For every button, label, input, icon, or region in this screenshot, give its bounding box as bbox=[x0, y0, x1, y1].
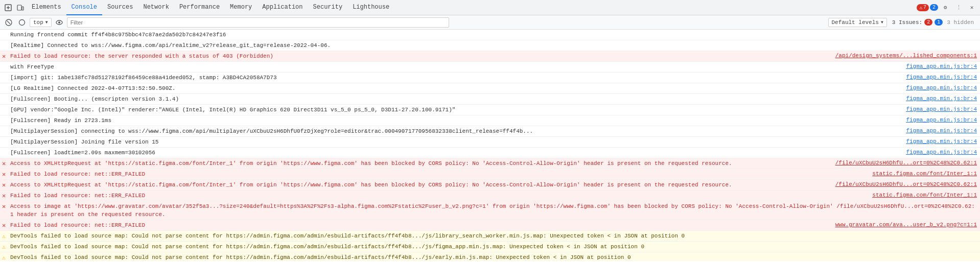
more-icon[interactable]: ⋮ bbox=[952, 2, 965, 14]
entry-type-icon: ✕ bbox=[0, 180, 8, 189]
tab-application[interactable]: Application bbox=[257, 0, 308, 15]
console-toolbar: top ▼ Default levels ▼ 3 Issues: 2 1 3 h… bbox=[0, 15, 980, 30]
tab-console[interactable]: Console bbox=[66, 0, 102, 15]
issues-warn-badge[interactable]: 1 bbox=[935, 19, 943, 26]
entry-source[interactable]: figma_app.min.js:br:4 bbox=[906, 105, 980, 113]
entry-type-icon bbox=[0, 105, 8, 106]
console-entry: ✕Access to XMLHttpRequest at 'https://st… bbox=[0, 158, 980, 169]
entry-type-icon: ✕ bbox=[0, 52, 8, 61]
entry-type-icon bbox=[0, 137, 8, 138]
context-selector[interactable]: top ▼ bbox=[30, 18, 52, 27]
console-entry: [import] git: 1abe138fc78d51278192f86459… bbox=[0, 73, 980, 83]
entry-type-icon: ✕ bbox=[0, 202, 8, 211]
filter-input[interactable] bbox=[67, 17, 449, 28]
entry-source[interactable]: /file/uXCbuU2sH6DhfU...ort=0%2C48%2C0.62… bbox=[835, 159, 980, 167]
entry-source[interactable]: static.figma.com/font/Inter_1:1 bbox=[872, 170, 980, 178]
entry-message: [Fullscreen] Ready in 2723.1ms bbox=[8, 116, 906, 125]
warn-badge[interactable]: 2 bbox=[930, 4, 938, 11]
log-level-selector[interactable]: Default levels ▼ bbox=[828, 18, 887, 27]
entry-message: [LG Realtime] Connected 2022-04-07T13:52… bbox=[8, 84, 906, 93]
device-icon[interactable] bbox=[14, 2, 27, 14]
entry-source[interactable]: figma_app.min.js:br:4 bbox=[906, 137, 980, 146]
entry-source[interactable]: figma_app.min.js:br:4 bbox=[906, 73, 980, 81]
entry-message: DevTools failed to load source map: Coul… bbox=[8, 242, 980, 251]
entry-message: Failed to load resource: net::ERR_FAILED bbox=[8, 191, 872, 200]
entry-type-icon bbox=[0, 84, 8, 85]
console-entry: [Fullscreen] Booting... (emscripten vers… bbox=[0, 94, 980, 105]
entry-source[interactable]: figma_app.min.js:br:4 bbox=[906, 127, 980, 135]
tab-lighthouse[interactable]: Lighthouse bbox=[347, 0, 394, 15]
entry-message: [Fullscreen] loadtime=2.09s maxmem=30102… bbox=[8, 148, 906, 157]
console-entry: [GPU] vendor:"Google Inc. (Intel)" rende… bbox=[0, 105, 980, 115]
entry-message: Failed to load resource: net::ERR_FAILED bbox=[8, 170, 872, 179]
tab-memory[interactable]: Memory bbox=[225, 0, 257, 15]
tab-sources[interactable]: Sources bbox=[102, 0, 138, 15]
entry-type-icon: ✕ bbox=[0, 191, 8, 200]
entry-source[interactable]: figma_app.min.js:br:4 bbox=[906, 84, 980, 92]
entry-message: [Fullscreen] Booting... (emscripten vers… bbox=[8, 94, 906, 104]
console-entry: ✕Access to image at 'https://www.gravata… bbox=[0, 201, 980, 220]
issues-error-badge[interactable]: 2 bbox=[924, 19, 932, 26]
tab-security[interactable]: Security bbox=[308, 0, 348, 15]
entry-type-icon: ⚠ bbox=[0, 231, 8, 241]
right-actions: ⚠ 7 2 ⚙ ⋮ ✕ bbox=[917, 2, 978, 14]
entry-message: DevTools failed to load source map: Coul… bbox=[8, 253, 980, 261]
entry-type-icon bbox=[0, 62, 8, 63]
hidden-count: 3 hidden bbox=[947, 19, 974, 26]
entry-type-icon bbox=[0, 73, 8, 74]
tab-performance[interactable]: Performance bbox=[174, 0, 225, 15]
entry-message: Access to XMLHttpRequest at 'https://sta… bbox=[8, 180, 835, 189]
entry-source[interactable]: figma_app.min.js:br:4 bbox=[906, 62, 980, 70]
entry-type-icon bbox=[0, 127, 8, 128]
console-entry: [Fullscreen] Ready in 2723.1msfigma_app.… bbox=[0, 115, 980, 126]
console-entry: [MultiplayerSession] Joining file versio… bbox=[0, 137, 980, 148]
entry-message: [MultiplayerSession] connecting to wss:/… bbox=[8, 127, 906, 136]
svg-line-6 bbox=[7, 21, 10, 24]
console-entry: ✕Failed to load resource: net::ERR_FAILE… bbox=[0, 169, 980, 180]
entry-source[interactable]: figma_app.min.js:br:4 bbox=[906, 148, 980, 156]
entry-type-icon: ⚠ bbox=[0, 242, 8, 251]
entry-source[interactable]: static.figma.com/font/Inter_1:1 bbox=[872, 191, 980, 199]
console-entry: ✕Failed to load resource: net::ERR_FAILE… bbox=[0, 190, 980, 201]
svg-point-7 bbox=[19, 19, 25, 25]
entry-source[interactable]: /api/design_systems/...lished_components… bbox=[835, 52, 980, 60]
console-entry: Running frontend commit ff4f4b8c975bbc47… bbox=[0, 30, 980, 40]
entry-type-icon: ✕ bbox=[0, 221, 8, 230]
entry-source[interactable]: /file/uXCbuU2sH6DhfU...ort=0%2C48%2C0.62… bbox=[835, 180, 980, 188]
console-content: Running frontend commit ff4f4b8c975bbc47… bbox=[0, 30, 980, 261]
entry-source[interactable]: www.gravatar.com/ava...user_b_v2.png?c=1… bbox=[835, 221, 980, 229]
inspect-icon[interactable] bbox=[2, 2, 14, 14]
error-badge[interactable]: ⚠ 7 bbox=[917, 4, 929, 11]
console-entry: ✕Failed to load resource: net::ERR_FAILE… bbox=[0, 220, 980, 231]
tab-network[interactable]: Network bbox=[138, 0, 174, 15]
eye-icon[interactable] bbox=[54, 17, 65, 28]
console-entry: [Realtime] Connected to wss://www.figma.… bbox=[0, 40, 980, 51]
entry-message: Running frontend commit ff4f4b8c975bbc47… bbox=[8, 30, 980, 39]
devtools-tabbar: Elements Console Sources Network Perform… bbox=[0, 0, 980, 15]
close-icon[interactable]: ✕ bbox=[966, 2, 978, 14]
entry-type-icon bbox=[0, 148, 8, 149]
clear-console-btn[interactable] bbox=[3, 17, 14, 28]
svg-rect-4 bbox=[22, 7, 24, 10]
issues-count: 3 Issues: 2 1 3 hidden bbox=[889, 18, 977, 26]
entry-type-icon: ✕ bbox=[0, 159, 8, 168]
entry-type-icon: ✕ bbox=[0, 170, 8, 179]
tab-elements[interactable]: Elements bbox=[27, 0, 66, 15]
entry-message: DevTools failed to load source map: Coul… bbox=[8, 231, 980, 241]
console-entry: ✕Failed to load resource: the server res… bbox=[0, 51, 980, 62]
entry-message: with FreeType bbox=[8, 62, 906, 72]
entry-type-icon bbox=[0, 41, 8, 42]
preserve-log-btn[interactable] bbox=[16, 17, 28, 28]
entry-message: Failed to load resource: the server resp… bbox=[8, 52, 835, 61]
svg-point-9 bbox=[58, 21, 60, 23]
console-entry: ⚠DevTools failed to load source map: Cou… bbox=[0, 252, 980, 261]
entry-message: [import] git: 1abe138fc78d51278192f86459… bbox=[8, 73, 906, 82]
entry-source[interactable]: figma_app.min.js:br:4 bbox=[906, 116, 980, 124]
console-entry: ⚠DevTools failed to load source map: Cou… bbox=[0, 231, 980, 242]
console-entry: ✕Access to XMLHttpRequest at 'https://st… bbox=[0, 180, 980, 190]
entry-message: Access to XMLHttpRequest at 'https://sta… bbox=[8, 159, 835, 168]
settings-icon[interactable]: ⚙ bbox=[939, 2, 951, 14]
entry-source[interactable]: figma_app.min.js:br:4 bbox=[906, 94, 980, 103]
entry-message: Access to image at 'https://www.gravatar… bbox=[8, 202, 980, 219]
entry-type-icon bbox=[0, 94, 8, 96]
